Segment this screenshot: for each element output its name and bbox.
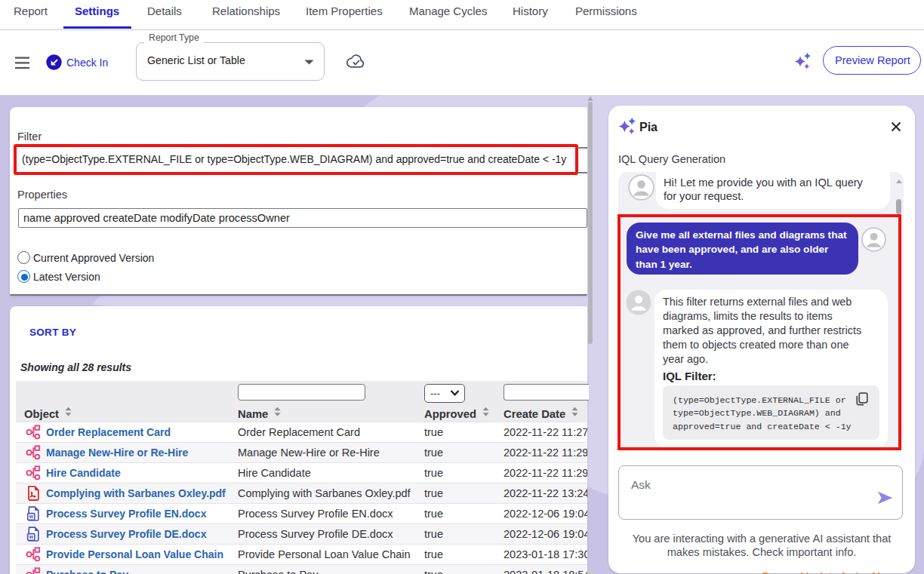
- svg-text:w: w: [29, 534, 34, 539]
- svg-text:w: w: [29, 514, 34, 519]
